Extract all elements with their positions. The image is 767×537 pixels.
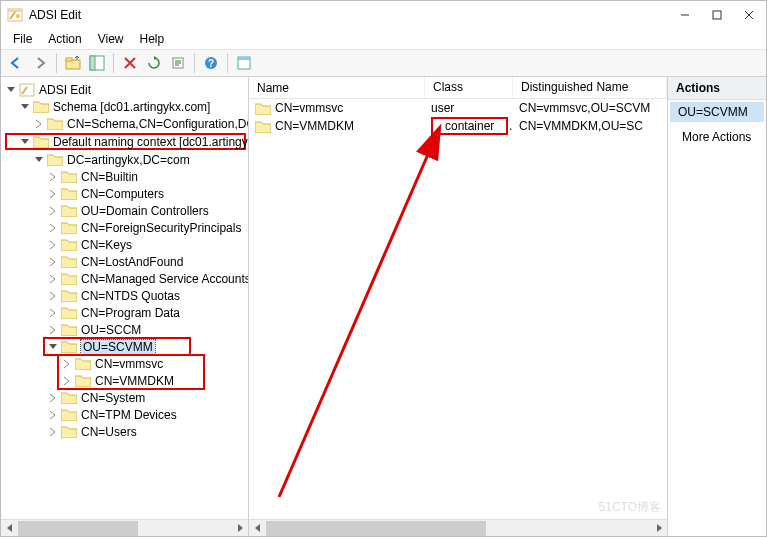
chevron-right-icon[interactable] [47, 307, 59, 319]
refresh-button[interactable] [143, 52, 165, 74]
menu-view[interactable]: View [90, 30, 132, 48]
chevron-right-icon[interactable] [47, 205, 59, 217]
column-header-class[interactable]: Class [425, 77, 513, 98]
folder-icon [61, 408, 77, 421]
column-header-name[interactable]: Name [249, 77, 425, 98]
scroll-left-icon[interactable] [1, 520, 18, 537]
tree-item-domain-controllers[interactable]: OU=Domain Controllers [5, 202, 248, 219]
tree-item-fsp[interactable]: CN=ForeignSecurityPrincipals [5, 219, 248, 236]
tree-item-label: CN=VMMDKM [95, 374, 174, 388]
folder-icon [255, 120, 271, 133]
chevron-down-icon[interactable] [19, 101, 31, 113]
tree-item-lost[interactable]: CN=LostAndFound [5, 253, 248, 270]
folder-icon [61, 238, 77, 251]
tree-item-msa[interactable]: CN=Managed Service Accounts [5, 270, 248, 287]
list-row[interactable]: CN=VMMDKM container CN=VMMDKM,OU=SC [249, 117, 667, 135]
chevron-right-icon[interactable] [47, 171, 59, 183]
cell-class: user [425, 101, 513, 115]
tree-item-label: OU=Domain Controllers [81, 204, 209, 218]
chevron-right-icon[interactable] [33, 118, 45, 130]
chevron-right-icon[interactable] [61, 358, 73, 370]
tree-item-vmmsvc[interactable]: CN=vmmsvc [5, 355, 248, 372]
svg-line-13 [279, 129, 439, 497]
chevron-right-icon[interactable] [47, 222, 59, 234]
tree-item-tpm[interactable]: CN=TPM Devices [5, 406, 248, 423]
app-icon [7, 7, 23, 23]
tree: ADSI Edit Schema [dc01.artingykx.com] CN… [1, 77, 248, 444]
list-pane: Name Class Distinguished Name CN=vmmsvc … [249, 77, 668, 536]
tree-item-label: CN=Builtin [81, 170, 138, 184]
tree-dc-label: DC=artingykx,DC=com [67, 153, 190, 167]
chevron-right-icon[interactable] [47, 256, 59, 268]
chevron-right-icon[interactable] [47, 273, 59, 285]
tree-item-scvmm[interactable]: OU=SCVMM [5, 338, 248, 355]
show-hide-tree-button[interactable] [86, 52, 108, 74]
scroll-right-icon[interactable] [650, 520, 667, 537]
tree-item-keys[interactable]: CN=Keys [5, 236, 248, 253]
chevron-right-icon[interactable] [47, 188, 59, 200]
actions-header: Actions [668, 77, 766, 100]
export-button[interactable] [167, 52, 189, 74]
back-button[interactable] [5, 52, 27, 74]
tree-default-context[interactable]: Default naming context [dc01.artingykx [5, 133, 246, 150]
cell-class: container [431, 117, 508, 135]
tree-schema-label: Schema [dc01.artingykx.com] [53, 100, 210, 114]
menu-action[interactable]: Action [40, 30, 89, 48]
chevron-down-icon[interactable] [19, 136, 31, 148]
svg-rect-11 [238, 57, 250, 60]
folder-icon [61, 221, 77, 234]
column-header-dn[interactable]: Distinguished Name [513, 77, 667, 98]
tree-item-sccm[interactable]: OU=SCCM [5, 321, 248, 338]
tree-item-vmmdkm[interactable]: CN=VMMDKM [5, 372, 248, 389]
chevron-right-icon[interactable] [61, 375, 73, 387]
actions-more[interactable]: More Actions [668, 124, 766, 150]
tree-item-progdata[interactable]: CN=Program Data [5, 304, 248, 321]
chevron-right-icon[interactable] [47, 409, 59, 421]
tree-item-users[interactable]: CN=Users [5, 423, 248, 440]
chevron-right-icon[interactable] [47, 239, 59, 251]
tree-scroll-horizontal[interactable] [1, 519, 248, 536]
tree-item-system[interactable]: CN=System [5, 389, 248, 406]
list-header: Name Class Distinguished Name [249, 77, 667, 99]
actions-pane: Actions OU=SCVMM More Actions [668, 77, 766, 536]
svg-rect-2 [713, 11, 721, 19]
tree-item-builtin[interactable]: CN=Builtin [5, 168, 248, 185]
forward-button[interactable] [29, 52, 51, 74]
properties-button[interactable] [233, 52, 255, 74]
list-scroll-horizontal[interactable] [249, 519, 667, 536]
folder-icon [47, 153, 63, 166]
chevron-right-icon[interactable] [47, 290, 59, 302]
folder-icon [75, 374, 91, 387]
chevron-down-icon[interactable] [33, 154, 45, 166]
help-button[interactable]: ? [200, 52, 222, 74]
folder-icon [61, 170, 77, 183]
scroll-left-icon[interactable] [249, 520, 266, 537]
tree-root-label: ADSI Edit [39, 83, 91, 97]
chevron-right-icon[interactable] [47, 324, 59, 336]
tree-item-label: OU=SCCM [81, 323, 141, 337]
folder-icon [33, 135, 49, 148]
maximize-button[interactable] [710, 8, 724, 22]
tree-schema-cn[interactable]: CN=Schema,CN=Configuration,DC [5, 115, 248, 132]
tree-item-computers[interactable]: CN=Computers [5, 185, 248, 202]
tree-root[interactable]: ADSI Edit [5, 81, 248, 98]
folder-icon [61, 204, 77, 217]
chevron-down-icon[interactable] [47, 341, 59, 353]
tree-item-label: OU=SCVMM [81, 340, 155, 354]
tree-schema[interactable]: Schema [dc01.artingykx.com] [5, 98, 248, 115]
scroll-right-icon[interactable] [231, 520, 248, 537]
minimize-button[interactable] [678, 8, 692, 22]
chevron-right-icon[interactable] [47, 392, 59, 404]
tree-dc[interactable]: DC=artingykx,DC=com [5, 151, 248, 168]
folder-icon [61, 306, 77, 319]
chevron-right-icon[interactable] [47, 426, 59, 438]
list-row[interactable]: CN=vmmsvc user CN=vmmsvc,OU=SCVM [249, 99, 667, 117]
tree-item-ntds[interactable]: CN=NTDS Quotas [5, 287, 248, 304]
up-button[interactable] [62, 52, 84, 74]
close-button[interactable] [742, 8, 756, 22]
chevron-down-icon[interactable] [5, 84, 17, 96]
menu-help[interactable]: Help [132, 30, 173, 48]
actions-selected[interactable]: OU=SCVMM [670, 102, 764, 122]
delete-button[interactable] [119, 52, 141, 74]
menu-file[interactable]: File [5, 30, 40, 48]
